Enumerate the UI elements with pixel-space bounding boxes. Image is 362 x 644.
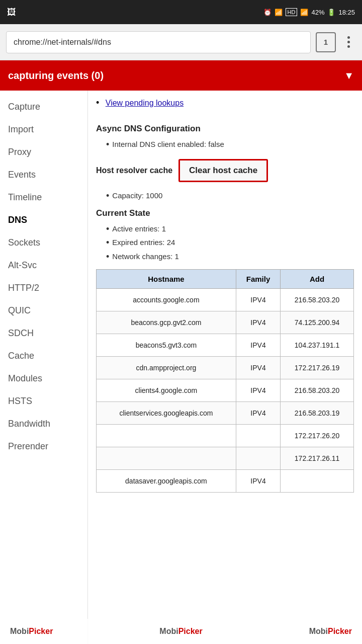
bullet-dot-3: • <box>106 224 109 234</box>
sidebar-item-hsts[interactable]: HSTS <box>0 390 87 413</box>
table-header-address: Add <box>281 269 354 288</box>
photo-icon: 🖼 <box>7 7 16 18</box>
status-bar: 🖼 ⏰ 📶 HD 📶 42% 🔋 18:25 <box>0 0 362 24</box>
cell-family <box>236 424 280 447</box>
battery-text: 42% <box>311 9 324 16</box>
wifi-icon: 📶 <box>275 9 283 16</box>
table-row: 172.217.26.20 <box>97 424 354 447</box>
cell-family: IPV4 <box>236 356 280 379</box>
table-row: clientservices.googleapis.comIPV4216.58.… <box>97 401 354 424</box>
sidebar-item-quic[interactable]: QUIC <box>0 299 87 322</box>
battery-icon: 🔋 <box>327 9 335 16</box>
cell-address: 104.237.191.1 <box>281 334 354 356</box>
signal-bars: 📶 <box>300 9 308 16</box>
cell-hostname: beacons.gcp.gvt2.com <box>97 311 236 334</box>
cell-family: IPV4 <box>236 379 280 401</box>
sidebar-item-sdch[interactable]: SDCH <box>0 322 87 345</box>
watermark-center: MobiPicker <box>159 627 202 636</box>
table-header-family: Family <box>236 269 280 288</box>
status-left: 🖼 <box>7 7 16 18</box>
cell-family: IPV4 <box>236 288 280 311</box>
cell-family: IPV4 <box>236 311 280 334</box>
events-banner-arrow: ▼ <box>344 70 354 82</box>
cell-family: IPV4 <box>236 334 280 356</box>
watermark-right: MobiPicker <box>309 627 352 636</box>
sidebar-item-modules[interactable]: Modules <box>0 367 87 390</box>
sidebar-item-bandwidth[interactable]: Bandwidth <box>0 413 87 435</box>
cell-hostname: clients4.google.com <box>97 379 236 401</box>
state-item-0: • Active entries: 1 <box>106 224 354 234</box>
cell-hostname: cdn.ampproject.org <box>97 356 236 379</box>
cell-address: 216.58.203.20 <box>281 379 354 401</box>
cell-hostname: accounts.google.com <box>97 288 236 311</box>
table-row: datasaver.googleapis.comIPV4 <box>97 469 354 492</box>
bullet-dot-5: • <box>106 252 109 262</box>
host-resolver-row: Host resolver cache Clear host cache <box>96 159 354 182</box>
main-layout: Capture Import Proxy Events Timeline DNS… <box>0 91 362 644</box>
async-dns-heading: Async DNS Configuration <box>96 124 354 134</box>
cell-hostname <box>97 447 236 469</box>
cell-address: 172.217.26.11 <box>281 447 354 469</box>
table-row: 172.217.26.11 <box>97 447 354 469</box>
events-banner-label: capturing events (0) <box>8 70 104 82</box>
sidebar-item-proxy[interactable]: Proxy <box>0 141 87 164</box>
table-header-hostname: Hostname <box>97 269 236 288</box>
sidebar-item-cache[interactable]: Cache <box>0 345 87 367</box>
state-item-1: • Expired entries: 24 <box>106 238 354 248</box>
sidebar-item-http2[interactable]: HTTP/2 <box>0 277 87 299</box>
watermark: MobiPicker MobiPicker MobiPicker <box>0 619 362 644</box>
view-pending-link[interactable]: View pending lookups <box>106 99 184 108</box>
sidebar-item-prerender[interactable]: Prerender <box>0 435 87 458</box>
cell-hostname <box>97 424 236 447</box>
cell-family: IPV4 <box>236 469 280 492</box>
table-row: clients4.google.comIPV4216.58.203.20 <box>97 379 354 401</box>
content-area: • View pending lookups Async DNS Configu… <box>88 91 362 644</box>
cell-family <box>236 447 280 469</box>
table-row: cdn.ampproject.orgIPV4172.217.26.19 <box>97 356 354 379</box>
cell-hostname: datasaver.googleapis.com <box>97 469 236 492</box>
cell-hostname: clientservices.googleapis.com <box>97 401 236 424</box>
table-row: accounts.google.comIPV4216.58.203.20 <box>97 288 354 311</box>
dns-table: Hostname Family Add accounts.google.comI… <box>96 269 354 493</box>
cell-address: 172.217.26.19 <box>281 356 354 379</box>
current-state-heading: Current State <box>96 208 354 218</box>
cell-address <box>281 469 354 492</box>
status-right: ⏰ 📶 HD 📶 42% 🔋 18:25 <box>263 8 355 16</box>
capacity-item: • Capacity: 1000 <box>106 191 354 201</box>
sidebar-item-capture[interactable]: Capture <box>0 96 87 118</box>
sidebar-item-timeline[interactable]: Timeline <box>0 186 87 209</box>
url-input[interactable] <box>6 31 311 53</box>
host-resolver-label: Host resolver cache <box>96 166 172 175</box>
sidebar-item-altsvc[interactable]: Alt-Svc <box>0 254 87 277</box>
sidebar-item-dns[interactable]: DNS <box>0 209 87 231</box>
alarm-icon: ⏰ <box>263 9 272 16</box>
menu-button[interactable] <box>341 32 356 52</box>
cell-address: 172.217.26.20 <box>281 424 354 447</box>
bullet-dot-2: • <box>106 191 109 201</box>
tab-count-button[interactable]: 1 <box>316 32 336 52</box>
sidebar: Capture Import Proxy Events Timeline DNS… <box>0 91 88 644</box>
hd-badge: HD <box>286 8 298 16</box>
table-row: beacons5.gvt3.comIPV4104.237.191.1 <box>97 334 354 356</box>
cell-family: IPV4 <box>236 401 280 424</box>
clear-host-cache-button[interactable]: Clear host cache <box>178 159 268 182</box>
events-banner[interactable]: capturing events (0) ▼ <box>0 60 362 91</box>
sidebar-item-import[interactable]: Import <box>0 118 87 141</box>
cell-address: 74.125.200.94 <box>281 311 354 334</box>
pending-lookups-section: • View pending lookups <box>96 98 354 117</box>
internal-dns-item: • Internal DNS client enabled: false <box>106 140 354 150</box>
cell-address: 216.58.203.20 <box>281 288 354 311</box>
sidebar-item-events[interactable]: Events <box>0 164 87 186</box>
table-row: beacons.gcp.gvt2.comIPV474.125.200.94 <box>97 311 354 334</box>
bullet-dot-4: • <box>106 238 109 248</box>
cell-address: 216.58.203.19 <box>281 401 354 424</box>
bullet-dot-1: • <box>106 140 109 150</box>
cell-hostname: beacons5.gvt3.com <box>97 334 236 356</box>
time-display: 18:25 <box>338 9 355 16</box>
address-bar: 1 <box>0 24 362 60</box>
watermark-left: MobiPicker <box>10 627 53 636</box>
sidebar-item-sockets[interactable]: Sockets <box>0 231 87 254</box>
state-item-2: • Network changes: 1 <box>106 252 354 262</box>
